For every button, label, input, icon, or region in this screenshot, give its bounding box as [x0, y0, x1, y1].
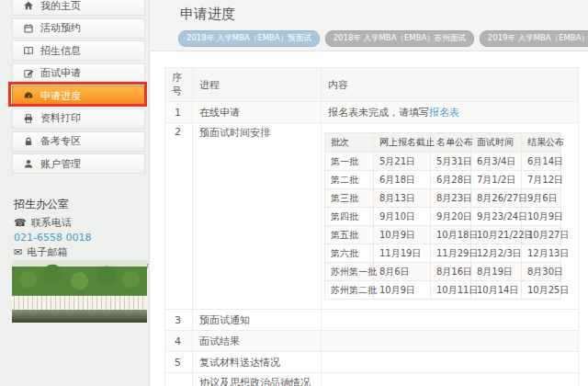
row-content: 批次 网上报名截止 名单公布 面试时间 结果公布 第一批5月21日5月31日6月… — [322, 123, 579, 310]
row-no: 3 — [165, 310, 193, 331]
schedule-row: 第四批9月10日9月20日9月23/24日10月9日 — [325, 208, 561, 226]
sidebar-item-application-progress[interactable]: 申请进度 — [12, 85, 145, 106]
sidebar-item-label: 活动预约 — [40, 21, 81, 35]
sidebar-item-my-home[interactable]: 我的主页 — [12, 0, 145, 16]
schedule-cell: 10月25日 — [522, 281, 561, 300]
schedule-col-registration-deadline: 网上报名截止 — [374, 133, 431, 153]
schedule-cell: 10月9日 — [374, 226, 431, 244]
row-content — [322, 352, 579, 373]
schedule-cell: 苏州第二批 — [325, 281, 374, 300]
schedule-row: 苏州第二批10月9日10月11日10月14日10月25日 — [325, 281, 561, 300]
schedule-cell: 8月26/27日 — [471, 189, 522, 208]
schedule-cell: 第五批 — [325, 226, 374, 244]
progress-table: 序号 进程 内容 1 在线申请 报名表未完成，请填写报名表 2 预面试时间安排 — [164, 67, 579, 386]
sidebar-item-label: 招生信息 — [40, 44, 81, 58]
schedule-cell: 8月16日 — [431, 263, 471, 281]
table-header-row: 序号 进程 内容 — [165, 68, 579, 102]
schedule-cell: 10月9日 — [522, 208, 561, 226]
schedule-col-list-announced: 名单公布 — [431, 133, 471, 153]
schedule-cell: 11月19日 — [374, 244, 431, 263]
row-process: 复试材料送达情况 — [193, 352, 322, 373]
lock-icon — [23, 136, 34, 147]
printer-icon — [23, 113, 34, 124]
application-form-link[interactable]: 报名表 — [429, 107, 459, 119]
main-content: 申请进度 2018年 入学MBA（EMBA）预面试 2018年 入学MBA（EM… — [149, 0, 588, 386]
schedule-cell: 8月13日 — [374, 189, 431, 208]
schedule-cell: 10月14日 — [471, 281, 522, 300]
sidebar-item-label: 我的主页 — [40, 0, 81, 13]
sidebar-item-label: 备考专区 — [40, 134, 81, 148]
schedule-cell: 7月12日 — [522, 171, 561, 189]
schedule-cell: 10月21/22日 — [471, 226, 522, 244]
schedule-cell: 10月9日 — [374, 281, 431, 300]
sidebar-item-exam-prep[interactable]: 备考专区 — [12, 131, 145, 152]
progress-gauge-icon — [23, 90, 34, 101]
row-process: 预面试时间安排 — [193, 123, 322, 310]
row-content — [322, 331, 579, 352]
tab-2018-mba-emba-suzhou-interview[interactable]: 2018年 入学MBA（EMBA）苏州面试 — [325, 30, 474, 47]
col-header-content: 内容 — [322, 68, 579, 102]
schedule-cell: 9月10日 — [374, 208, 431, 226]
schedule-row: 第六批11月19日11月29日12月2/3日12月13日 — [325, 244, 561, 263]
schedule-header-row: 批次 网上报名截止 名单公布 面试时间 结果公布 — [325, 133, 561, 153]
sidebar-item-admissions-info[interactable]: 招生信息 — [12, 40, 145, 61]
contact-office-title: 招生办公室 — [14, 197, 148, 212]
photo-trees — [12, 260, 147, 295]
schedule-cell: 8月19日 — [471, 263, 522, 281]
schedule-row: 第一批5月21日5月31日6月3/4日6月14日 — [325, 153, 561, 171]
sidebar-item-label: 账户管理 — [40, 157, 81, 171]
row-no: 1 — [165, 102, 193, 123]
home-icon — [23, 0, 34, 11]
sidebar-item-activity-booking[interactable]: 活动预约 — [12, 18, 145, 39]
campus-photo — [12, 260, 147, 323]
contact-phone-label: 联系电话 — [31, 216, 72, 230]
row-process: 协议及思想政治品德情况表送达情况 — [193, 373, 322, 386]
schedule-cell: 9月20日 — [431, 208, 471, 226]
schedule-cell: 9月6日 — [522, 189, 561, 208]
schedule-cell: 6月3/4日 — [471, 153, 522, 171]
contact-email-row: ✉ 电子邮箱 — [14, 245, 148, 259]
contact-phone-row: ☎ 联系电话 — [14, 216, 148, 230]
form-status-text: 报名表未完成，请填写 — [328, 107, 429, 119]
row-no: 2 — [165, 123, 193, 310]
table-row-interview-schedule: 2 预面试时间安排 批次 网上报名截止 名单公布 面试时间 — [165, 123, 579, 310]
schedule-cell: 11月29日 — [431, 244, 471, 263]
photo-ground — [12, 310, 147, 323]
row-process: 面试结果 — [193, 331, 322, 352]
schedule-col-batch: 批次 — [325, 133, 374, 153]
sidebar-item-interview-application[interactable]: 面试申请 — [12, 63, 145, 84]
program-tabs: 2018年 入学MBA（EMBA）预面试 2018年 入学MBA（EMBA）苏州… — [178, 30, 588, 47]
tab-2018-mba-emba-pre-interview[interactable]: 2018年 入学MBA（EMBA）预面试 — [178, 30, 320, 47]
sidebar-item-label: 面试申请 — [40, 66, 81, 80]
schedule-col-results-announced: 结果公布 — [522, 133, 561, 153]
sidebar-menu: 我的主页 活动预约 招生信息 面试申请 申请进度 资料打印 备考专区 账户管理 — [12, 0, 145, 176]
photo-people — [12, 295, 147, 310]
col-header-process: 进程 — [193, 68, 322, 102]
schedule-row: 第三批8月13日8月23日8月26/27日9月6日 — [325, 189, 561, 208]
row-no: 4 — [165, 331, 193, 352]
sidebar: 我的主页 活动预约 招生信息 面试申请 申请进度 资料打印 备考专区 账户管理 — [0, 0, 148, 386]
schedule-cell: 12月2/3日 — [471, 244, 522, 263]
user-icon — [23, 158, 34, 169]
sidebar-item-account-management[interactable]: 账户管理 — [12, 153, 145, 174]
table-row-pre-interview-notice: 3 预面试通知 — [165, 310, 579, 331]
schedule-cell: 6月28日 — [431, 171, 471, 189]
sidebar-item-label: 申请进度 — [40, 89, 81, 103]
tab-2019-mba-emba-pre-interview[interactable]: 2019年 入学MBA（EMBA）预面试 — [480, 30, 588, 47]
progress-panel: 序号 进程 内容 1 在线申请 报名表未完成，请填写报名表 2 预面试时间安排 — [150, 51, 588, 386]
calendar-icon — [23, 23, 34, 34]
sidebar-item-label: 资料打印 — [40, 111, 81, 125]
table-row-agreement-form: 6 协议及思想政治品德情况表送达情况 — [165, 373, 579, 386]
table-row-online-application: 1 在线申请 报名表未完成，请填写报名表 — [165, 102, 579, 123]
schedule-cell: 10月11日 — [431, 281, 471, 300]
schedule-col-interview-time: 面试时间 — [471, 133, 522, 153]
schedule-cell: 8月6日 — [374, 263, 431, 281]
table-row-retest-materials: 5 复试材料送达情况 — [165, 352, 579, 373]
schedule-cell: 9月23/24日 — [471, 208, 522, 226]
sidebar-item-material-printing[interactable]: 资料打印 — [12, 108, 145, 129]
schedule-cell: 第一批 — [325, 153, 374, 171]
row-process: 在线申请 — [193, 102, 322, 123]
schedule-cell: 苏州第一批 — [325, 263, 374, 281]
schedule-cell: 第二批 — [325, 171, 374, 189]
row-no: 5 — [165, 352, 193, 373]
